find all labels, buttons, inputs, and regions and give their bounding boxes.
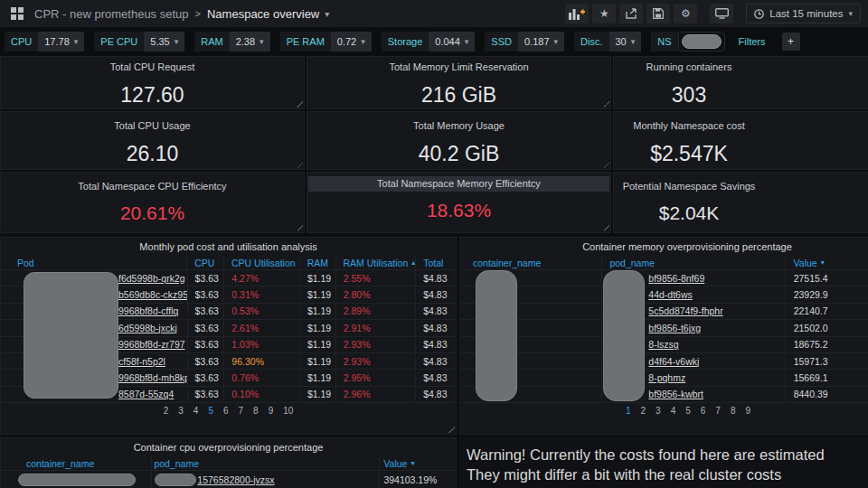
page-button[interactable]: 7 bbox=[715, 406, 721, 416]
pod-link[interactable]: 8587d-55zq4 bbox=[118, 389, 174, 399]
overprovision-value: 22140.7 bbox=[785, 304, 868, 319]
settings-button[interactable]: ⚙ bbox=[674, 4, 697, 23]
monitor-icon bbox=[715, 8, 729, 19]
pod-link[interactable]: 9968bf8d-zr797 bbox=[118, 339, 185, 350]
page-button[interactable]: 6 bbox=[223, 406, 229, 416]
variable-value-dropdown[interactable]: 17.78▾ bbox=[38, 32, 84, 52]
stat-value: 216 GiB bbox=[307, 83, 610, 108]
breadcrumb-folder[interactable]: CPR - new prometheus setup bbox=[34, 7, 189, 21]
column-header-container-name[interactable]: container_name bbox=[1, 456, 151, 470]
pod-link[interactable]: 44d-dt6ws bbox=[648, 289, 692, 300]
stat-value: 127.60 bbox=[1, 83, 304, 108]
column-header-pod-name[interactable]: pod_name bbox=[151, 456, 379, 470]
page-button[interactable]: 9 bbox=[745, 406, 750, 416]
pod-link[interactable]: 9968bf8d-mh8kp bbox=[118, 372, 187, 383]
column-header-ram[interactable]: RAM bbox=[299, 256, 335, 269]
panel-title: Container memory overprovisioning percen… bbox=[460, 238, 868, 256]
time-range-label: Last 15 minutes bbox=[769, 8, 843, 19]
page-button[interactable]: 2 bbox=[164, 406, 169, 416]
page-button-active[interactable]: 5 bbox=[208, 406, 213, 416]
warning-line-1: Warning! Currently the costs found here … bbox=[467, 445, 868, 465]
share-button[interactable] bbox=[619, 4, 643, 23]
tv-mode-button[interactable] bbox=[710, 4, 733, 23]
column-header-total[interactable]: Total bbox=[415, 256, 456, 269]
pod-link[interactable]: bf9856-8nf69 bbox=[648, 273, 704, 284]
column-header-cpu[interactable]: CPU bbox=[186, 256, 223, 269]
pod-link[interactable]: d4f64-v6wkj bbox=[648, 356, 699, 367]
column-header-pod[interactable]: Pod bbox=[1, 256, 186, 269]
save-button[interactable] bbox=[646, 4, 670, 23]
variable-ns: NS bbox=[651, 32, 724, 52]
ram-cost: $1.19 bbox=[299, 304, 335, 319]
column-header-pod-name[interactable]: pod_name bbox=[601, 256, 784, 269]
variable-value-dropdown[interactable]: 0.72▾ bbox=[331, 32, 372, 52]
page-button[interactable]: 3 bbox=[656, 406, 661, 416]
pod-link[interactable]: bf9856-kwbrt bbox=[648, 389, 703, 399]
star-button[interactable]: ★ bbox=[592, 4, 616, 23]
column-header-cpu-utilisation[interactable]: CPU Utilisation bbox=[223, 256, 299, 269]
breadcrumb-separator: > bbox=[195, 8, 201, 19]
page-button[interactable]: 2 bbox=[641, 406, 646, 416]
breadcrumb-dashboard-title[interactable]: Namespace overview bbox=[207, 7, 319, 21]
page-button[interactable]: 9 bbox=[269, 406, 274, 416]
chevron-down-icon[interactable]: ▾ bbox=[325, 9, 329, 19]
pod-link[interactable]: f6d5998b-qrk2g bbox=[118, 273, 185, 284]
cpu-cost: $3.63 bbox=[187, 320, 224, 335]
variable-value-dropdown[interactable]: 0.044▾ bbox=[429, 32, 475, 52]
pod-link[interactable]: 5c5dd874f9-fhphr bbox=[648, 305, 722, 316]
panel-title-hovered[interactable]: Total Namespace Memory Efficientcy bbox=[308, 176, 609, 192]
page-button[interactable]: 5 bbox=[685, 406, 691, 416]
pod-link[interactable]: cf58f-n5p2l bbox=[118, 356, 165, 367]
ram-utilisation: 2.95% bbox=[335, 370, 416, 385]
ns-value-input[interactable] bbox=[678, 32, 725, 52]
ram-utilisation: 2.89% bbox=[335, 304, 416, 319]
add-filter-button[interactable]: + bbox=[782, 33, 800, 51]
pod-link[interactable]: 6d5998b-jxckj bbox=[118, 323, 177, 333]
pod-link[interactable]: bf9856-t6jxg bbox=[648, 323, 701, 333]
panel-title: Total CPU Usage bbox=[1, 112, 304, 131]
overprovision-value: 27515.4 bbox=[785, 270, 868, 286]
panel-running-containers: Running containers 303 bbox=[613, 56, 868, 109]
ram-utilisation: 2.91% bbox=[335, 320, 416, 335]
panel-monthly-namespace-cost: Monthly Namespace cost $2.547K bbox=[613, 111, 868, 170]
page-button-active[interactable]: 1 bbox=[626, 406, 631, 416]
page-button[interactable]: 4 bbox=[193, 406, 199, 416]
add-panel-button[interactable] bbox=[565, 4, 589, 23]
time-range-picker[interactable]: Last 15 minutes ▾ bbox=[746, 4, 861, 23]
page-button[interactable]: 10 bbox=[283, 406, 293, 416]
ram-utilisation: 2.80% bbox=[335, 286, 416, 302]
table-header-row: container_name pod_name Value▾ bbox=[1, 456, 456, 471]
pod-link[interactable]: 8-pqhmz bbox=[648, 372, 685, 383]
page-button[interactable]: 6 bbox=[701, 406, 706, 416]
ram-utilisation: 2.93% bbox=[335, 337, 416, 352]
stat-value: 26.10 bbox=[1, 142, 304, 166]
variable-value-dropdown[interactable]: 2.38▾ bbox=[230, 32, 270, 52]
pod-link[interactable]: 8-lszsg bbox=[648, 339, 678, 350]
variable-label: Storage bbox=[382, 32, 429, 52]
column-header-ram-utilisation[interactable]: RAM Utilisation▴ bbox=[335, 256, 416, 269]
ram-utilisation: 2.93% bbox=[335, 353, 416, 369]
redaction-blur bbox=[18, 474, 136, 486]
pod-link[interactable]: b569db8c-ckz95 bbox=[118, 289, 187, 300]
page-button[interactable]: 3 bbox=[178, 406, 184, 416]
variable-value-dropdown[interactable]: 0.187▾ bbox=[518, 32, 564, 52]
page-button[interactable]: 4 bbox=[671, 406, 676, 416]
column-header-value[interactable]: Value▾ bbox=[379, 456, 456, 470]
variable-value-dropdown[interactable]: 30▾ bbox=[609, 32, 642, 52]
pod-link[interactable]: 1576582800-jvzsx bbox=[197, 474, 274, 485]
variable-label: RAM bbox=[194, 32, 229, 52]
share-icon bbox=[626, 8, 637, 19]
total-cost: $4.83 bbox=[415, 304, 456, 319]
variable-value-dropdown[interactable]: 5.35▾ bbox=[144, 32, 184, 52]
pod-link[interactable]: 9968bf8d-cfflq bbox=[118, 305, 178, 316]
page-button[interactable]: 8 bbox=[731, 406, 736, 416]
column-header-value[interactable]: Value▾ bbox=[785, 256, 868, 269]
variable-pe-ram: PE RAM 0.72▾ bbox=[280, 32, 372, 52]
variable-value: 17.78 bbox=[44, 36, 70, 47]
page-button[interactable]: 8 bbox=[253, 406, 259, 416]
page-button[interactable]: 7 bbox=[239, 406, 244, 416]
column-header-container-name[interactable]: container_name bbox=[460, 256, 601, 269]
variable-label: SSD bbox=[485, 32, 518, 52]
grafana-apps-icon[interactable] bbox=[7, 4, 27, 23]
ram-cost: $1.19 bbox=[299, 286, 335, 302]
